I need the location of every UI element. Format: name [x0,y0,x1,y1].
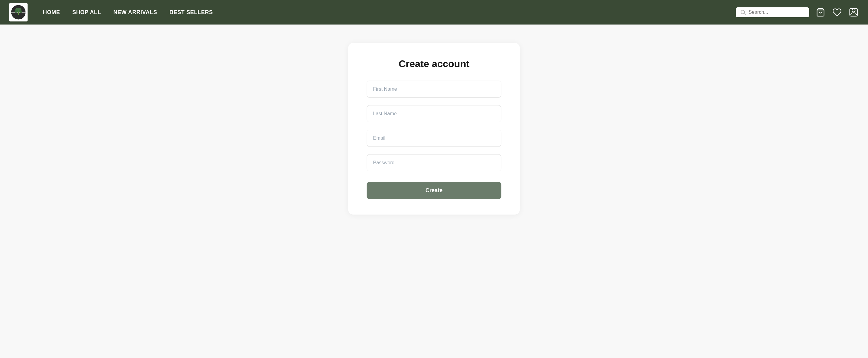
navbar-right [736,7,859,18]
main-content: Create account Create [0,25,868,358]
last-name-input[interactable] [367,105,501,122]
first-name-group [367,81,501,98]
svg-line-7 [744,13,746,15]
nav-item-new-arrivals[interactable]: NEW ARRIVALS [113,9,157,16]
search-icon [740,9,746,15]
nav-item-best-sellers[interactable]: BEST SELLERS [169,9,213,16]
nav-link-home[interactable]: HOME [43,9,60,15]
navbar-left: HOME SHOP ALL NEW ARRIVALS BEST SELLERS [9,3,213,22]
email-group [367,130,501,147]
nav-link-best-sellers[interactable]: BEST SELLERS [169,9,213,15]
logo[interactable] [9,3,28,22]
nav-item-shop-all[interactable]: SHOP ALL [72,9,101,16]
create-account-form: Create [367,81,501,199]
cart-icon [816,8,825,17]
user-icon [849,8,858,17]
search-box[interactable] [736,7,809,17]
nav-link-new-arrivals[interactable]: NEW ARRIVALS [113,9,157,15]
nav-link-shop-all[interactable]: SHOP ALL [72,9,101,15]
nav-item-home[interactable]: HOME [43,9,60,16]
logo-icon [11,5,26,20]
create-button[interactable]: Create [367,182,501,199]
search-input[interactable] [749,9,805,15]
wishlist-icon-button[interactable] [832,7,842,18]
cart-icon-button[interactable] [815,7,826,18]
account-icon-button[interactable] [848,7,859,18]
nav-links: HOME SHOP ALL NEW ARRIVALS BEST SELLERS [43,9,213,16]
password-input[interactable] [367,154,501,171]
last-name-group [367,105,501,122]
svg-rect-9 [850,8,858,16]
navbar: HOME SHOP ALL NEW ARRIVALS BEST SELLERS [0,0,868,25]
svg-point-6 [741,10,745,14]
create-account-card: Create account Create [348,43,520,214]
heart-icon [833,8,842,17]
page-title: Create account [367,58,501,69]
password-group [367,154,501,171]
first-name-input[interactable] [367,81,501,98]
email-input[interactable] [367,130,501,147]
